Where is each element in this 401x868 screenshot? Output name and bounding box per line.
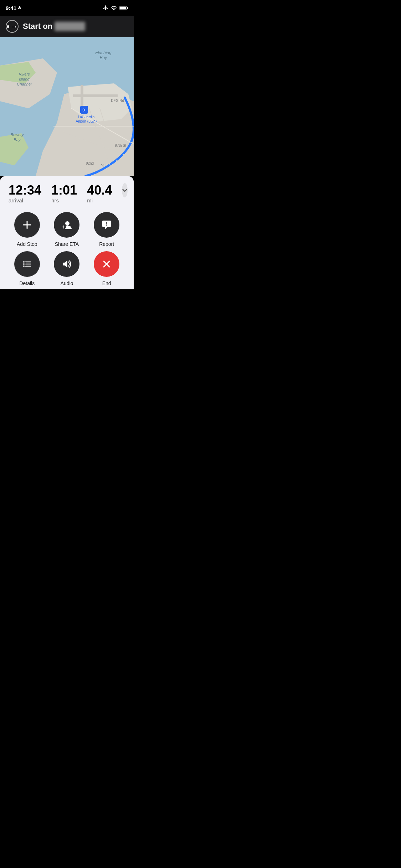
svg-text:97th St: 97th St <box>115 144 126 148</box>
details-icon <box>21 258 33 270</box>
duration-value: 1:01 <box>51 183 77 197</box>
details-label: Details <box>19 280 35 286</box>
arrival-time: 12:34 <box>9 183 41 197</box>
status-time: 9:41 <box>6 5 21 11</box>
arrival-label: arrival <box>9 197 41 203</box>
x-icon <box>101 258 112 270</box>
distance-label: mi <box>87 197 112 203</box>
map-svg: ✈ LaGuardia Airport (LGA) Flushing Bay R… <box>0 37 134 176</box>
route-icon: → <box>6 20 19 33</box>
nav-banner: → Start on <box>0 16 134 37</box>
nav-dot <box>7 25 9 28</box>
svg-text:Channel: Channel <box>17 82 32 86</box>
trip-info-row: 12:34 arrival 1:01 hrs 40.4 mi <box>9 183 125 203</box>
report-label: Report <box>99 241 114 247</box>
audio-icon <box>61 258 72 270</box>
report-icon: ! <box>101 219 112 231</box>
collapse-button[interactable] <box>122 183 128 197</box>
svg-text:Rikers: Rikers <box>19 72 30 76</box>
audio-label: Audio <box>61 280 73 286</box>
svg-rect-1 <box>127 7 128 9</box>
share-eta-circle <box>54 212 79 238</box>
end-label: End <box>102 280 111 286</box>
add-stop-button[interactable]: Add Stop <box>9 212 46 247</box>
add-stop-label: Add Stop <box>17 241 37 247</box>
duration-label: hrs <box>51 197 77 203</box>
battery-icon <box>119 6 128 10</box>
svg-text:Island: Island <box>19 77 30 81</box>
share-eta-label: Share ETA <box>55 241 79 247</box>
svg-text:DFG Rd: DFG Rd <box>111 99 124 103</box>
end-button[interactable]: End <box>88 251 125 286</box>
svg-point-40 <box>23 263 25 265</box>
status-bar: 9:41 <box>0 0 134 16</box>
audio-circle <box>54 251 79 277</box>
svg-marker-44 <box>63 260 67 268</box>
report-circle: ! <box>94 212 119 238</box>
nav-street-blurred <box>55 22 85 31</box>
svg-rect-2 <box>120 6 126 9</box>
svg-point-38 <box>23 261 25 263</box>
actions-grid: Add Stop Share ETA <box>9 212 125 286</box>
svg-text:92nd: 92nd <box>86 161 94 165</box>
add-stop-circle <box>14 212 40 238</box>
audio-button[interactable]: Audio <box>48 251 86 286</box>
wifi-icon <box>111 6 117 10</box>
plus-icon <box>21 219 33 231</box>
report-button[interactable]: ! Report <box>88 212 125 247</box>
bottom-panel: 12:34 arrival 1:01 hrs 40.4 mi <box>0 176 134 289</box>
distance-value: 40.4 <box>87 183 112 197</box>
svg-text:✈: ✈ <box>82 108 86 113</box>
arrival-stat: 12:34 arrival <box>9 183 41 203</box>
details-button[interactable]: Details <box>9 251 46 286</box>
svg-text:Bowery: Bowery <box>11 133 24 137</box>
svg-text:!: ! <box>106 222 107 227</box>
share-eta-icon <box>61 219 72 231</box>
map-area: ✈ LaGuardia Airport (LGA) Flushing Bay R… <box>0 37 134 176</box>
airplane-icon <box>103 5 109 11</box>
nav-direction-arrow: → <box>11 22 18 31</box>
time-display: 9:41 <box>6 5 16 11</box>
svg-point-33 <box>65 221 70 226</box>
chevron-down-icon <box>122 187 128 193</box>
duration-stat: 1:01 hrs <box>51 183 77 203</box>
svg-text:Bay: Bay <box>100 55 108 60</box>
svg-text:Bay: Bay <box>14 138 21 142</box>
svg-point-42 <box>23 265 25 267</box>
end-circle <box>94 251 119 277</box>
svg-text:Flushing: Flushing <box>95 50 112 55</box>
share-eta-button[interactable]: Share ETA <box>48 212 86 247</box>
details-circle <box>14 251 40 277</box>
svg-text:94th: 94th <box>101 164 107 168</box>
status-icons <box>103 5 128 11</box>
location-arrow-icon <box>18 6 21 10</box>
nav-instruction: Start on <box>23 22 85 31</box>
distance-stat: 40.4 mi <box>87 183 112 203</box>
